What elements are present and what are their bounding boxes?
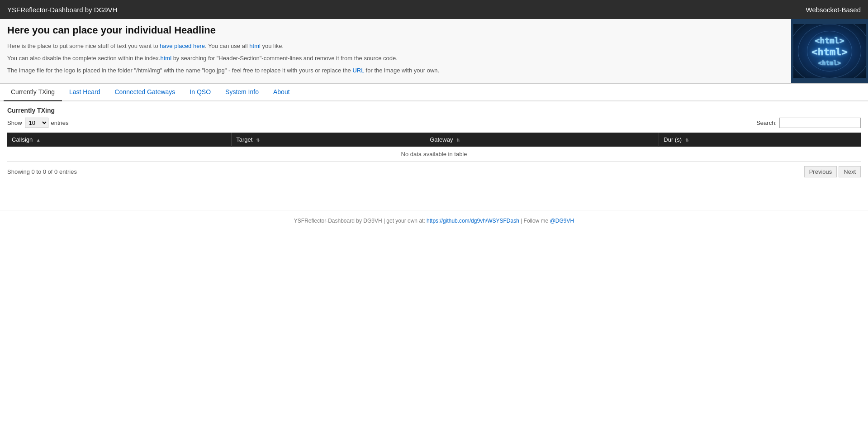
show-label: Show (7, 119, 22, 126)
callsign-sort-icon: ▲ (36, 138, 41, 143)
tab-currently-txing[interactable]: Currently TXing (4, 84, 62, 101)
footer-github-link[interactable]: https://github.com/dg9vh/WSYSFDash (427, 218, 519, 224)
header-logo: <html> <html> <html> (791, 19, 868, 83)
tab-connected-gateways[interactable]: Connected Gateways (108, 84, 183, 101)
page-footer: YSFReflector-Dashboard by DG9VH | get yo… (0, 210, 868, 231)
data-table: Callsign ▲ Target ⇅ Gateway ⇅ Dur (s) ⇅ … (7, 133, 861, 162)
header-para-2: You can also disable the complete sectio… (7, 54, 784, 63)
col-gateway[interactable]: Gateway ⇅ (425, 133, 659, 147)
navbar: YSFReflector-Dashboard by DG9VH Websocke… (0, 0, 868, 19)
gateway-sort-icon: ⇅ (456, 138, 460, 143)
tab-last-heard[interactable]: Last Heard (62, 84, 107, 101)
footer-text: YSFReflector-Dashboard by DG9VH | get yo… (294, 218, 427, 224)
main-content: Currently TXing Show 10 25 50 100 entrie… (0, 101, 868, 183)
col-target[interactable]: Target ⇅ (232, 133, 425, 147)
logo-line-mid: <html> (811, 46, 847, 59)
search-box: Search: (756, 118, 861, 128)
logo-box: <html> <html> <html> (793, 24, 866, 78)
logo-text-stack: <html> <html> <html> (811, 35, 847, 67)
pagination-buttons: Previous Next (804, 166, 861, 177)
tabs-bar: Currently TXing Last Heard Connected Gat… (0, 84, 868, 101)
logo-line-bot: <html> (818, 59, 841, 67)
tab-system-info[interactable]: System Info (218, 84, 266, 101)
navbar-brand: YSFReflector-Dashboard by DG9VH (7, 6, 117, 14)
entries-label: entries (51, 119, 69, 126)
header-title: Here you can place your individual Headl… (7, 24, 784, 36)
col-callsign[interactable]: Callsign ▲ (7, 133, 232, 147)
header-para-3: The image file for the logo is placed in… (7, 66, 784, 76)
tab-in-qso[interactable]: In QSO (182, 84, 218, 101)
col-dur[interactable]: Dur (s) ⇅ (659, 133, 861, 147)
no-data-cell: No data available in table (7, 147, 861, 162)
target-sort-icon: ⇅ (256, 138, 260, 143)
entries-select[interactable]: 10 25 50 100 (25, 118, 48, 128)
no-data-row: No data available in table (7, 147, 861, 162)
previous-button[interactable]: Previous (804, 166, 837, 177)
header-para-1: Here is the place to put some nice stuff… (7, 42, 784, 51)
search-label: Search: (756, 119, 777, 126)
search-input[interactable] (779, 118, 861, 128)
showing-entries: Showing 0 to 0 of 0 entries (7, 168, 77, 175)
table-footer: Showing 0 to 0 of 0 entries Previous Nex… (7, 166, 861, 177)
navbar-right: Websocket-Based (806, 6, 861, 14)
footer-follow-link[interactable]: @DG9VH (550, 218, 574, 224)
header-section: Here you can place your individual Headl… (0, 19, 868, 84)
show-entries: Show 10 25 50 100 entries (7, 118, 69, 128)
logo-line-top: <html> (815, 35, 844, 46)
header-text-block: Here you can place your individual Headl… (0, 19, 791, 83)
next-button[interactable]: Next (839, 166, 861, 177)
table-header-row: Callsign ▲ Target ⇅ Gateway ⇅ Dur (s) ⇅ (7, 133, 861, 147)
section-title: Currently TXing (7, 107, 861, 114)
dur-sort-icon: ⇅ (685, 138, 689, 143)
table-controls: Show 10 25 50 100 entries Search: (7, 118, 861, 128)
tab-about[interactable]: About (266, 84, 297, 101)
footer-follow-text: | Follow me (519, 218, 550, 224)
